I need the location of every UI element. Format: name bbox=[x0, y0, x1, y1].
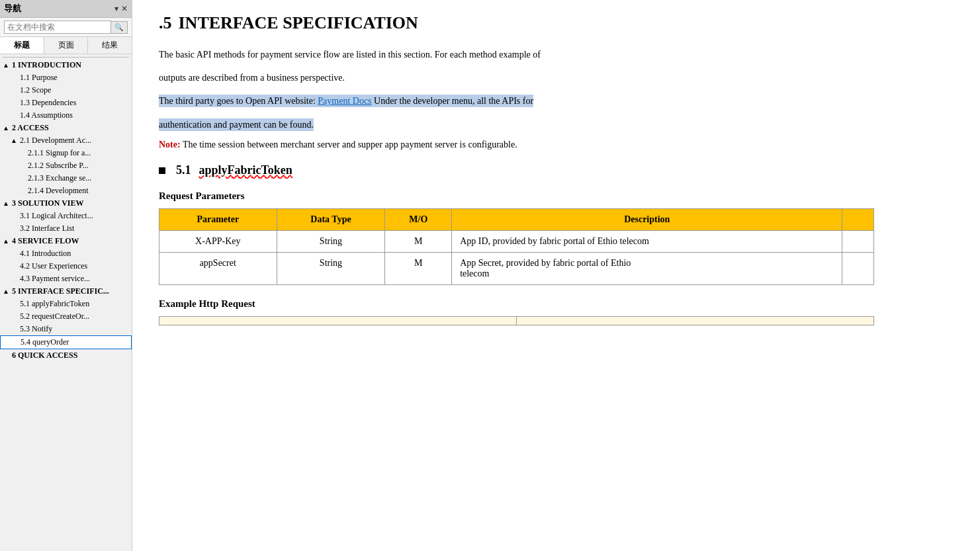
sidebar-item-label: 2.1.3 Exchange se... bbox=[28, 173, 91, 183]
sidebar-item-2.1.2[interactable]: 2.1.2 Subscribe P... bbox=[0, 159, 132, 172]
sidebar-item-label: 2.1.1 Signup for a... bbox=[28, 148, 91, 158]
nav-tree: ▲1 INTRODUCTION1.1 Purpose1.2 Scope1.3 D… bbox=[0, 54, 132, 551]
sidebar-item-label: 4 SERVICE FLOW bbox=[12, 236, 79, 246]
sidebar-item-label: 3.1 Logical Architect... bbox=[20, 211, 93, 221]
sub-heading-5-1: 5.1 applyFabricToken bbox=[159, 163, 954, 177]
row1-param: X-APP-Key bbox=[159, 230, 277, 252]
search-bar: 🔍 bbox=[0, 18, 132, 37]
row2-type: String bbox=[277, 252, 385, 284]
tab-results[interactable]: 结果 bbox=[88, 37, 132, 54]
sidebar-item-2.1.1[interactable]: 2.1.1 Signup for a... bbox=[0, 147, 132, 159]
note-label: Note: bbox=[159, 140, 181, 149]
search-button[interactable]: 🔍 bbox=[111, 21, 128, 34]
row1-mo: M bbox=[385, 230, 452, 252]
body-paragraph-1: The basic API methods for payment servic… bbox=[159, 46, 954, 63]
section-heading: .5 INTERFACE SPECIFICATION bbox=[159, 13, 954, 33]
sidebar-item-label: 2 ACCESS bbox=[12, 123, 49, 133]
row1-extra bbox=[842, 230, 874, 252]
sidebar-header: 导航 ▾ ✕ bbox=[0, 0, 132, 18]
sidebar-item-label: 1.3 Dependencies bbox=[20, 98, 76, 108]
sidebar-item-label: 2.1.4 Development bbox=[28, 186, 89, 196]
sidebar-item-3.1[interactable]: 3.1 Logical Architect... bbox=[0, 210, 132, 222]
sidebar-item-2[interactable]: ▲2 ACCESS bbox=[0, 122, 132, 134]
sidebar-item-label: 4.3 Payment service... bbox=[20, 274, 90, 284]
note-paragraph: Note: The time session between merchant … bbox=[159, 140, 954, 150]
sidebar-item-5.2[interactable]: 5.2 requestCreateOr... bbox=[0, 310, 132, 323]
body-para1-text: The basic API methods for payment servic… bbox=[159, 50, 541, 60]
row1-desc: App ID, provided by fabric portal of Eth… bbox=[452, 230, 842, 252]
example-http-heading: Example Http Request bbox=[159, 298, 954, 310]
sidebar-item-3.2[interactable]: 3.2 Interface List bbox=[0, 222, 132, 235]
sidebar-close-icon[interactable]: ✕ bbox=[121, 4, 128, 14]
sidebar-tabs: 标题 页面 结果 bbox=[0, 37, 132, 54]
sidebar-item-label: 5.2 requestCreateOr... bbox=[20, 312, 89, 321]
col-header-datatype: Data Type bbox=[277, 208, 385, 230]
example-row bbox=[159, 316, 874, 325]
row1-type: String bbox=[277, 230, 385, 252]
sidebar-item-2.1.4[interactable]: 2.1.4 Development bbox=[0, 185, 132, 197]
section-number: .5 bbox=[159, 13, 172, 33]
params-table: Parameter Data Type M/O Description X-AP… bbox=[159, 208, 874, 285]
body-paragraph-2: outputs are described from a business pe… bbox=[159, 69, 954, 86]
sidebar-item-1.2[interactable]: 1.2 Scope bbox=[0, 84, 132, 97]
sidebar-item-4.2[interactable]: 4.2 User Experiences bbox=[0, 260, 132, 273]
sidebar-item-3[interactable]: ▲3 SOLUTION VIEW bbox=[0, 197, 132, 210]
body-para3-highlighted: The third party goes to Open API website… bbox=[159, 95, 533, 107]
payment-docs-link[interactable]: Payment Docs bbox=[318, 96, 371, 106]
sidebar-dropdown-icon[interactable]: ▾ bbox=[114, 4, 118, 14]
sidebar-item-2.1.3[interactable]: 2.1.3 Exchange se... bbox=[0, 172, 132, 185]
sidebar-title: 导航 bbox=[4, 3, 21, 15]
table-header-row: Parameter Data Type M/O Description bbox=[159, 208, 874, 230]
sidebar-controls: ▾ ✕ bbox=[114, 4, 128, 14]
row2-desc: App Secret, provided by fabric portal of… bbox=[452, 252, 842, 284]
tab-pages[interactable]: 页面 bbox=[44, 37, 89, 54]
sidebar-item-5.3[interactable]: 5.3 Notify bbox=[0, 323, 132, 335]
sidebar-item-4[interactable]: ▲4 SERVICE FLOW bbox=[0, 235, 132, 247]
search-input[interactable] bbox=[4, 21, 111, 34]
sidebar-item-1.4[interactable]: 1.4 Assumptions bbox=[0, 109, 132, 122]
sidebar-item-1.1[interactable]: 1.1 Purpose bbox=[0, 71, 132, 84]
sidebar-item-label: 1.4 Assumptions bbox=[20, 110, 73, 120]
sidebar-item-2.1[interactable]: ▲2.1 Development Ac... bbox=[0, 134, 132, 147]
sidebar-item-label: 2.1.2 Subscribe P... bbox=[28, 161, 89, 171]
sub-heading-name: applyFabricToken bbox=[199, 163, 292, 177]
sidebar-item-4.3[interactable]: 4.3 Payment service... bbox=[0, 273, 132, 285]
row2-mo: M bbox=[385, 252, 452, 284]
sidebar-item-label: 1.2 Scope bbox=[20, 85, 51, 95]
sidebar-item-label: 5.4 queryOrder bbox=[21, 337, 69, 347]
sub-heading-num: 5.1 bbox=[176, 163, 191, 177]
sidebar-item-5.1[interactable]: 5.1 applyFabricToken bbox=[0, 298, 132, 310]
body-para3-pre: The third party goes to Open API website… bbox=[159, 96, 318, 106]
sidebar-item-6[interactable]: 6 QUICK ACCESS bbox=[0, 349, 132, 362]
sidebar-item-5[interactable]: ▲5 INTERFACE SPECIFIC... bbox=[0, 285, 132, 298]
tab-headings[interactable]: 标题 bbox=[0, 37, 44, 54]
sidebar-item-1.3[interactable]: 1.3 Dependencies bbox=[0, 97, 132, 109]
sub-heading-bullet bbox=[159, 167, 165, 174]
sidebar-item-intro[interactable]: ▲1 INTRODUCTION bbox=[0, 59, 132, 71]
col-header-parameter: Parameter bbox=[159, 208, 277, 230]
example-table bbox=[159, 316, 874, 325]
sidebar-item-label: 4.1 Introduction bbox=[20, 249, 71, 259]
sidebar-item-label: 5 INTERFACE SPECIFIC... bbox=[12, 286, 109, 296]
sidebar-item-label: 1.1 Purpose bbox=[20, 73, 58, 83]
sidebar-item-label: 1 INTRODUCTION bbox=[12, 60, 81, 70]
table-row: appSecret String M App Secret, provided … bbox=[159, 252, 874, 284]
sidebar-item-label: 4.2 User Experiences bbox=[20, 261, 87, 271]
row2-param: appSecret bbox=[159, 252, 277, 284]
body-para4-text: authentication and payment can be found. bbox=[159, 120, 314, 130]
sidebar: 导航 ▾ ✕ 🔍 标题 页面 结果 ▲1 INTRODUCTION1.1 Pur… bbox=[0, 0, 132, 551]
sidebar-item-label: 6 QUICK ACCESS bbox=[12, 351, 77, 360]
body-paragraph-4: authentication and payment can be found. bbox=[159, 116, 954, 133]
note-body: The time session between merchant server… bbox=[183, 140, 517, 149]
sidebar-item-5.4[interactable]: 5.4 queryOrder bbox=[0, 335, 132, 349]
example-cell-1 bbox=[159, 316, 517, 325]
sidebar-item-4.1[interactable]: 4.1 Introduction bbox=[0, 247, 132, 260]
example-cell-2 bbox=[516, 316, 873, 325]
sidebar-item-label: 5.1 applyFabricToken bbox=[20, 299, 89, 309]
body-para4-highlighted: authentication and payment can be found. bbox=[159, 118, 314, 131]
section-title: INTERFACE SPECIFICATION bbox=[179, 13, 418, 33]
row2-extra bbox=[842, 252, 874, 284]
body-para2-text: outputs are described from a business pe… bbox=[159, 73, 345, 83]
sidebar-item-label: 3 SOLUTION VIEW bbox=[12, 198, 83, 208]
table-row: X-APP-Key String M App ID, provided by f… bbox=[159, 230, 874, 252]
